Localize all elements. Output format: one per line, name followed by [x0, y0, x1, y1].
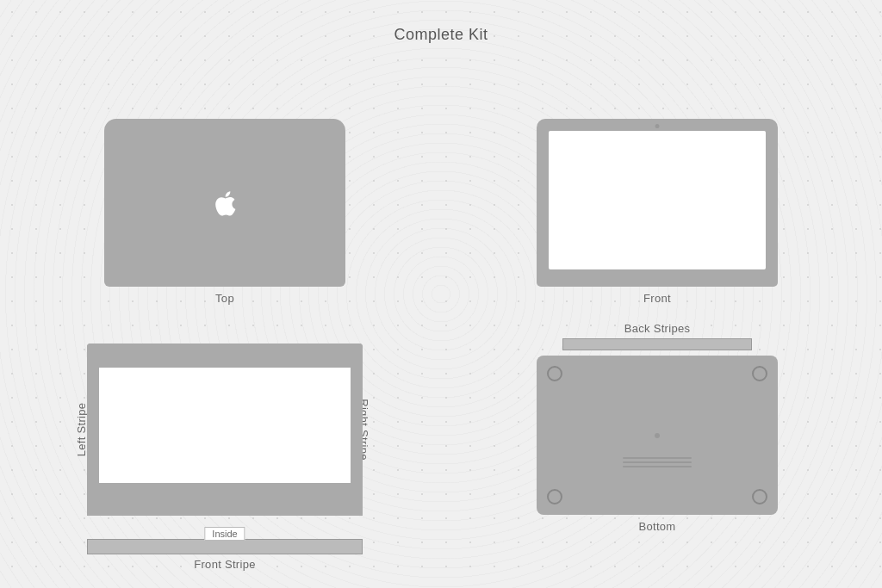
inside-piece — [87, 344, 363, 516]
front-stripe-container: Inside Front Stripe — [26, 537, 424, 571]
front-outer — [537, 119, 778, 287]
inside-wrapper: Left Stripe Right Stripe Inside Front St… — [26, 322, 424, 571]
top-piece — [104, 119, 345, 287]
front-stripe — [87, 539, 363, 554]
page-title: Complete Kit — [0, 26, 882, 44]
layout-grid: Top Front Left Stripe Right Stripe — [26, 56, 856, 571]
foot-bottom-left — [547, 489, 562, 504]
vent-line-2 — [623, 461, 692, 463]
foot-bottom-right — [752, 489, 767, 504]
inside-badge-label: Inside — [204, 527, 245, 541]
front-label: Front — [643, 292, 671, 305]
back-stripes-label: Back Stripes — [458, 322, 856, 335]
inside-bottom-bar — [87, 483, 363, 516]
front-screen — [549, 131, 766, 269]
inside-top-bar — [87, 344, 363, 368]
bottom-label: Bottom — [639, 520, 676, 533]
bottom-piece — [537, 356, 778, 515]
vent-lines — [623, 457, 692, 467]
front-camera — [655, 124, 660, 128]
front-stripe-label: Front Stripe — [194, 558, 256, 571]
quadrant-bottom: Back Stripes Bottom — [458, 322, 856, 571]
vent-line-3 — [623, 466, 692, 467]
quadrant-front: Front — [458, 56, 856, 305]
foot-top-right — [752, 366, 767, 381]
foot-top-left — [547, 366, 562, 381]
top-label: Top — [215, 292, 234, 305]
inside-piece-container: Left Stripe Right Stripe — [87, 322, 363, 537]
quadrant-top: Top — [26, 56, 424, 305]
quadrant-inside: Left Stripe Right Stripe Inside Front St… — [26, 322, 424, 571]
bottom-piece-container — [537, 338, 778, 515]
front-piece — [537, 119, 778, 287]
center-dot — [655, 433, 660, 438]
apple-logo-icon — [209, 188, 240, 219]
back-stripe-bar — [562, 338, 752, 350]
vent-line-1 — [623, 457, 692, 459]
inside-screen-area — [99, 368, 351, 483]
left-stripe-label: Left Stripe — [75, 403, 88, 457]
